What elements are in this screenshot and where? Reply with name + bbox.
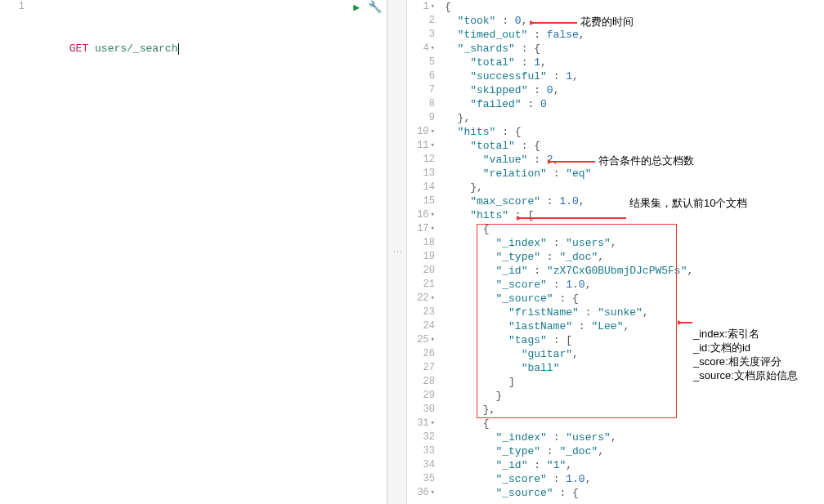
line-number: 24: [407, 319, 435, 333]
token-num: 1.0: [566, 473, 584, 485]
run-query-icon[interactable]: ▶: [353, 1, 360, 14]
line-number: 5: [407, 56, 435, 69]
token-punc: ,: [579, 29, 585, 41]
token-key: "_source": [495, 292, 553, 305]
token-num: 1: [566, 70, 572, 83]
line-number: 16▾: [407, 208, 435, 222]
token-punc: :: [547, 473, 566, 485]
token-key: "_score": [495, 473, 546, 485]
token-punc: :: [540, 445, 559, 457]
wrench-icon[interactable]: 🔧: [368, 0, 382, 14]
token-punc: :: [547, 431, 566, 444]
token-punc: : [: [508, 209, 534, 221]
response-code[interactable]: { "took" : 0, "timed_out" : false, "_sha…: [445, 0, 824, 500]
pane-divider[interactable]: ⋮: [387, 0, 407, 504]
token-key: "_shards": [458, 42, 515, 55]
token-punc: : [: [547, 334, 572, 346]
fold-toggle-icon[interactable]: ▾: [431, 486, 435, 500]
token-key: "tags": [508, 334, 547, 346]
fold-toggle-icon[interactable]: ▾: [431, 42, 435, 56]
code-line: "timed_out" : false,: [445, 28, 824, 42]
token-punc: :: [527, 84, 546, 96]
line-number: 10▾: [407, 125, 435, 139]
request-editor-pane: 1 GET users/_search ▶ 🔧: [0, 0, 387, 504]
token-punc: ,: [598, 251, 604, 263]
code-line: {: [445, 0, 824, 14]
code-line: "failed" : 0: [445, 97, 824, 111]
line-number: 21: [407, 278, 435, 292]
token-key: "took": [458, 15, 496, 27]
token-punc: : {: [495, 126, 521, 138]
fold-toggle-icon[interactable]: ▾: [431, 208, 435, 222]
fold-toggle-icon[interactable]: ▾: [431, 417, 435, 430]
line-number: 34: [407, 458, 435, 472]
token-key: "_score": [495, 279, 546, 291]
code-line: "_source" : {: [445, 486, 824, 500]
line-number: 1: [0, 0, 25, 14]
token-key: "_id": [495, 459, 527, 471]
token-key: "_id": [495, 265, 527, 277]
code-line: {: [445, 417, 824, 430]
line-number: 2: [407, 14, 435, 28]
fold-toggle-icon[interactable]: ▾: [431, 292, 435, 306]
token-punc: ,: [572, 70, 579, 83]
token-punc: ,: [585, 473, 592, 485]
code-line: "_score" : 1.0,: [445, 472, 824, 486]
token-str: "zX7CxG0BUbmjDJcPW5Fs": [547, 265, 687, 277]
token-str: "users": [566, 431, 611, 444]
token-punc: ]: [508, 376, 515, 388]
http-method: GET: [69, 42, 88, 55]
fold-toggle-icon[interactable]: ▾: [431, 333, 435, 347]
code-line: "_source" : {: [445, 292, 824, 306]
token-str: "guitar": [522, 348, 572, 360]
line-number: 28: [407, 375, 435, 389]
line-number: 17▾: [407, 222, 435, 236]
token-punc: :: [547, 70, 566, 83]
token-punc: :: [547, 237, 566, 249]
token-punc: :: [527, 265, 546, 277]
token-punc: {: [483, 417, 490, 430]
fold-toggle-icon[interactable]: ▾: [431, 0, 435, 14]
token-punc: :: [540, 251, 559, 263]
token-key: "total": [470, 140, 515, 152]
fold-toggle-icon[interactable]: ▾: [431, 222, 435, 236]
token-num: 1.0: [559, 195, 578, 207]
line-number: 33: [407, 444, 435, 458]
line-number: 30: [407, 403, 435, 417]
code-line: "skipped" : 0,: [445, 83, 824, 97]
token-str: "_doc": [559, 445, 598, 457]
token-punc: :: [547, 167, 566, 180]
token-punc: ,: [611, 237, 617, 249]
annotation-hits: 结果集，默认前10个文档: [629, 196, 747, 211]
code-line: {: [445, 222, 824, 236]
code-line: "total" : {: [445, 139, 824, 153]
token-punc: ,: [643, 306, 649, 319]
token-str: "users": [566, 237, 611, 249]
token-punc: :: [572, 320, 591, 332]
right-gutter: 1▾234▾5678910▾11▾1213141516▾17▾181920212…: [407, 0, 441, 500]
token-key: "hits": [458, 126, 496, 138]
annotation-took: 花费的时间: [580, 15, 634, 29]
code-line: "_id" : "1",: [445, 458, 824, 472]
line-number: 19: [407, 250, 435, 264]
fold-toggle-icon[interactable]: ▾: [431, 139, 435, 153]
token-punc: :: [522, 98, 540, 110]
code-line: "fristName" : "sunke",: [445, 306, 824, 319]
line-number: 1▾: [407, 0, 435, 14]
token-punc: ,: [522, 15, 528, 27]
line-number: 27: [407, 361, 435, 375]
fold-toggle-icon[interactable]: ▾: [431, 125, 435, 139]
token-num: 0: [540, 98, 547, 110]
line-number: 6: [407, 69, 435, 83]
token-punc: },: [483, 404, 496, 416]
token-num: 0: [515, 15, 522, 27]
token-punc: :: [540, 195, 559, 207]
request-code[interactable]: GET users/_search: [31, 0, 387, 69]
token-key: "failed": [470, 98, 521, 110]
token-punc: ,: [585, 279, 592, 291]
line-number: 36▾: [407, 486, 435, 500]
line-number: 15: [407, 194, 435, 208]
line-number: 14: [407, 181, 435, 194]
code-line: "_type" : "_doc",: [445, 444, 824, 458]
line-number: 20: [407, 264, 435, 278]
